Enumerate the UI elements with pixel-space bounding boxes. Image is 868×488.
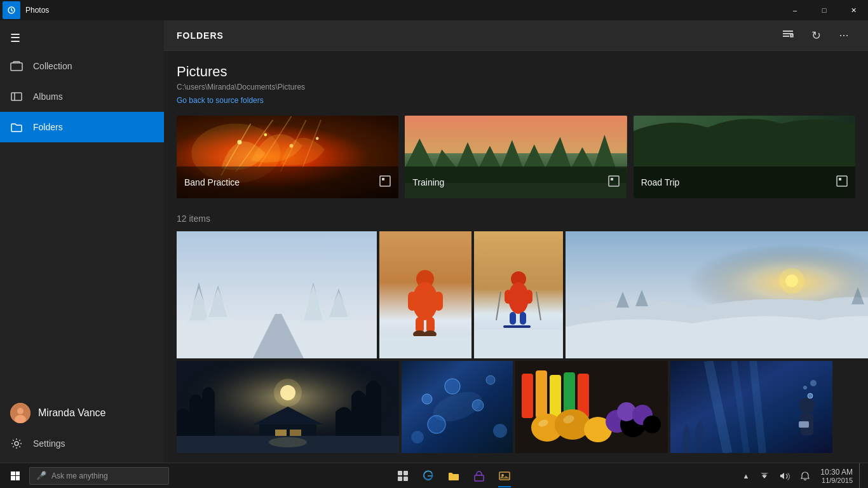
svg-rect-104 [403,477,408,481]
minimize-button[interactable]: – [780,0,810,20]
user-profile[interactable]: Miranda Vance [0,396,164,430]
svg-rect-106 [499,472,510,480]
photo-grid-row2 [177,361,855,453]
refresh-button[interactable]: ↻ [804,24,827,47]
settings-icon [10,437,23,450]
photo-item[interactable] [379,231,471,358]
items-count: 12 items [177,214,855,224]
svg-point-71 [445,379,460,394]
folder-overlay: Training [405,166,627,198]
folder-road-trip[interactable]: Road Trip [634,116,855,198]
main-content: FOLDERS ↻ ··· Pictures C:\users [164,20,868,463]
svg-point-5 [17,408,24,414]
svg-rect-30 [837,176,847,186]
svg-rect-27 [611,178,613,180]
source-folders-link[interactable]: Go back to source folders [177,96,264,105]
show-hidden-icons-button[interactable]: ▲ [738,463,753,489]
photo-item[interactable] [177,361,399,453]
pictures-path: C:\users\Miranda\Documents\Pictures [177,83,855,92]
photo-grid-row1 [177,231,855,358]
photo-item[interactable] [670,361,832,453]
svg-rect-1 [11,63,22,71]
settings-item[interactable]: Settings [0,430,164,458]
svg-point-100 [810,380,817,386]
photo-item[interactable] [566,231,868,358]
folders-row: Band Practice [177,116,855,198]
sidebar-item-albums[interactable]: Albums [0,81,164,112]
svg-rect-55 [474,330,563,358]
window-controls: – □ ✕ [780,0,868,20]
svg-point-98 [808,393,813,398]
store-button[interactable] [466,463,492,489]
photo-item[interactable] [402,361,513,453]
svg-rect-101 [398,471,402,475]
edge-button[interactable] [416,463,441,489]
svg-rect-79 [522,374,533,418]
maximize-button[interactable]: □ [810,0,839,20]
username: Miranda Vance [38,407,105,419]
file-explorer-button[interactable] [441,463,466,489]
hamburger-button[interactable]: ☰ [0,25,164,51]
svg-point-68 [269,437,307,447]
svg-rect-22 [380,176,390,186]
toolbar-title: FOLDERS [177,30,224,41]
close-button[interactable]: ✕ [839,0,868,20]
notification-icon-button[interactable] [796,463,814,489]
svg-rect-50 [520,312,526,325]
folder-select-icon [608,175,620,189]
svg-point-70 [422,394,432,404]
svg-rect-102 [403,471,408,475]
photos-taskbar-button[interactable] [492,463,517,489]
svg-rect-38 [434,292,443,311]
svg-point-63 [274,379,302,407]
avatar [10,403,31,423]
svg-point-59 [779,268,804,294]
title-bar: Photos – □ ✕ [0,0,868,20]
photo-item[interactable] [474,231,563,358]
svg-rect-10 [783,36,789,37]
folder-training[interactable]: Training [405,116,627,198]
svg-rect-97 [799,421,809,428]
search-bar[interactable]: 🎤 Ask me anything [29,467,169,485]
clock: 10:30 AM 11/9/2015 [820,468,853,484]
albums-label: Albums [33,92,63,102]
volume-icon-button[interactable] [776,463,794,489]
photo-item[interactable] [515,361,668,453]
more-button[interactable]: ··· [832,24,855,47]
folder-name: Training [412,177,444,187]
folder-band-practice[interactable]: Band Practice [177,116,398,198]
taskbar: 🎤 Ask me anything ▲ [0,463,868,488]
svg-rect-8 [783,30,793,32]
folder-overlay: Road Trip [634,166,855,198]
photo-item[interactable] [177,231,377,358]
svg-rect-47 [505,290,512,304]
clock-time: 10:30 AM [820,468,853,477]
svg-point-7 [15,442,18,445]
svg-point-85 [555,409,590,440]
svg-point-14 [264,133,267,137]
chevron-up-icon: ▲ [742,472,749,480]
select-all-button[interactable] [776,24,799,47]
network-icon-button[interactable] [756,463,773,489]
pictures-title: Pictures [177,64,855,80]
microphone-icon: 🎤 [36,471,46,480]
svg-rect-103 [398,477,402,481]
search-placeholder: Ask me anything [51,471,108,480]
svg-point-75 [411,431,424,444]
windows-logo-icon [11,471,20,480]
svg-rect-105 [475,475,484,481]
sidebar: ☰ Collection Albums Folders [0,20,164,463]
collection-label: Collection [33,61,72,71]
settings-label: Settings [33,438,65,449]
sidebar-item-folders[interactable]: Folders [0,112,164,142]
taskbar-center [390,463,517,489]
svg-rect-54 [515,325,531,328]
svg-rect-2 [11,93,22,100]
sidebar-item-collection[interactable]: Collection [0,51,164,81]
show-desktop-button[interactable] [859,463,863,489]
start-button[interactable] [3,463,28,489]
folder-name: Band Practice [184,177,240,187]
svg-rect-81 [550,375,561,418]
task-view-button[interactable] [390,463,416,489]
clock-display[interactable]: 10:30 AM 11/9/2015 [817,463,857,489]
